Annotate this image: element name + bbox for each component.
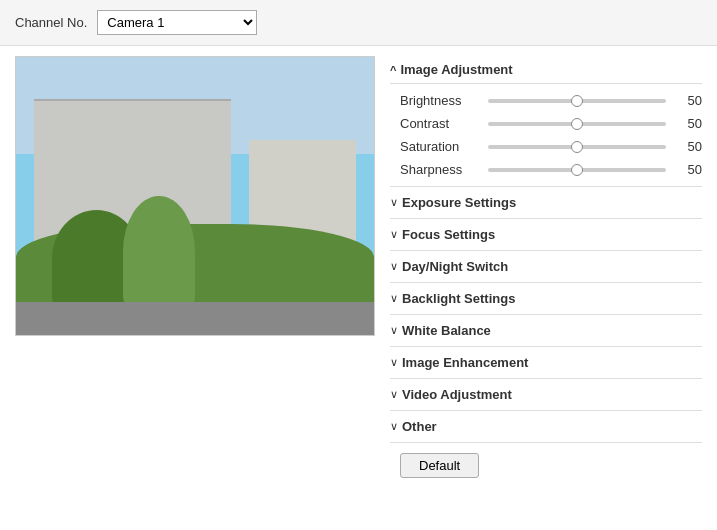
slider-value-contrast: 50: [674, 116, 702, 131]
chevron-icon-exposure: ∨: [390, 196, 398, 209]
top-bar: Channel No. Camera 1 Camera 2 Camera 3: [0, 0, 717, 46]
slider-value-sharpness: 50: [674, 162, 702, 177]
section-row-videoadj[interactable]: ∨Video Adjustment: [390, 379, 702, 411]
chevron-icon-whitebal: ∨: [390, 324, 398, 337]
chevron-icon-backlight: ∨: [390, 292, 398, 305]
section-label-exposure: Exposure Settings: [402, 195, 516, 210]
section-row-exposure[interactable]: ∨Exposure Settings: [390, 187, 702, 219]
section-label-videoadj: Video Adjustment: [402, 387, 512, 402]
camera-preview: [15, 56, 375, 336]
channel-label: Channel No.: [15, 15, 87, 30]
section-row-other[interactable]: ∨Other: [390, 411, 702, 443]
section-row-focus[interactable]: ∨Focus Settings: [390, 219, 702, 251]
slider-track-saturation[interactable]: [488, 145, 666, 149]
slider-track-sharpness[interactable]: [488, 168, 666, 172]
slider-label-brightness: Brightness: [400, 93, 480, 108]
section-row-backlight[interactable]: ∨Backlight Settings: [390, 283, 702, 315]
slider-thumb-sharpness[interactable]: [571, 164, 583, 176]
section-label-focus: Focus Settings: [402, 227, 495, 242]
chevron-icon-focus: ∨: [390, 228, 398, 241]
slider-track-contrast[interactable]: [488, 122, 666, 126]
section-label-enhancement: Image Enhancement: [402, 355, 528, 370]
chevron-icon-enhancement: ∨: [390, 356, 398, 369]
slider-row-sharpness: Sharpness50: [390, 158, 702, 181]
default-btn-row: Default: [390, 443, 702, 478]
section-row-whitebal[interactable]: ∨White Balance: [390, 315, 702, 347]
scene-trees3: [123, 196, 195, 307]
slider-row-contrast: Contrast50: [390, 112, 702, 135]
section-row-daynight[interactable]: ∨Day/Night Switch: [390, 251, 702, 283]
section-row-enhancement[interactable]: ∨Image Enhancement: [390, 347, 702, 379]
slider-value-saturation: 50: [674, 139, 702, 154]
channel-select[interactable]: Camera 1 Camera 2 Camera 3: [97, 10, 257, 35]
slider-thumb-contrast[interactable]: [571, 118, 583, 130]
slider-row-saturation: Saturation50: [390, 135, 702, 158]
section-label-daynight: Day/Night Switch: [402, 259, 508, 274]
slider-thumb-saturation[interactable]: [571, 141, 583, 153]
main-content: ^ Image Adjustment Brightness50Contrast5…: [0, 46, 717, 488]
settings-panel: ^ Image Adjustment Brightness50Contrast5…: [390, 56, 702, 478]
image-adjustment-chevron: ^: [390, 64, 396, 76]
slider-track-brightness[interactable]: [488, 99, 666, 103]
slider-label-sharpness: Sharpness: [400, 162, 480, 177]
chevron-icon-videoadj: ∨: [390, 388, 398, 401]
sections-container: ∨Exposure Settings∨Focus Settings∨Day/Ni…: [390, 187, 702, 443]
section-label-backlight: Backlight Settings: [402, 291, 515, 306]
default-button[interactable]: Default: [400, 453, 479, 478]
slider-label-saturation: Saturation: [400, 139, 480, 154]
image-adjustment-title: Image Adjustment: [400, 62, 512, 77]
image-adjustment-header[interactable]: ^ Image Adjustment: [390, 56, 702, 84]
section-label-other: Other: [402, 419, 437, 434]
slider-row-brightness: Brightness50: [390, 89, 702, 112]
chevron-icon-daynight: ∨: [390, 260, 398, 273]
slider-value-brightness: 50: [674, 93, 702, 108]
chevron-icon-other: ∨: [390, 420, 398, 433]
image-adjustment-body: Brightness50Contrast50Saturation50Sharpn…: [390, 84, 702, 187]
scene-road: [16, 302, 374, 335]
slider-label-contrast: Contrast: [400, 116, 480, 131]
slider-thumb-brightness[interactable]: [571, 95, 583, 107]
section-label-whitebal: White Balance: [402, 323, 491, 338]
scene: [16, 57, 374, 335]
